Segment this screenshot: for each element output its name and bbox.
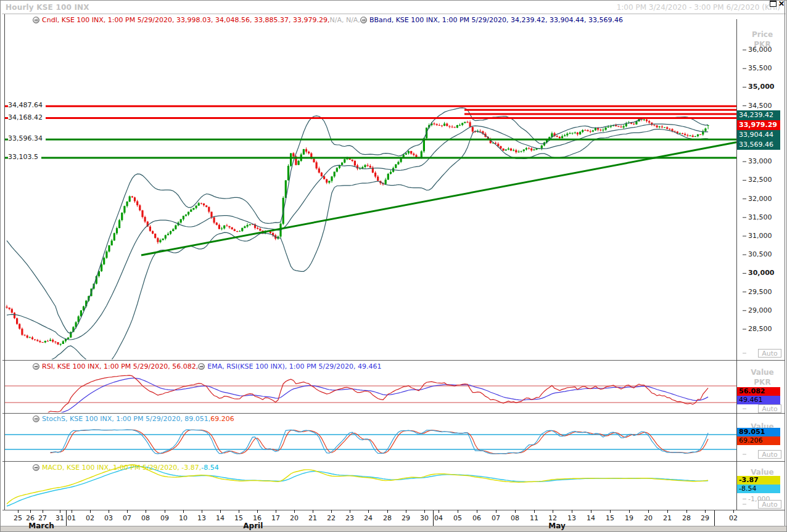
- horizontal-line-price-label: 33,596.34: [8, 134, 46, 142]
- legend-stoch: StochS, KSE 100 INX, 1:00 PM 5/29/2020, …: [33, 415, 234, 424]
- value-box: 56.082: [737, 387, 780, 396]
- date-tick-label: 05: [453, 514, 462, 522]
- price-tick-label: 32,500: [748, 176, 772, 184]
- date-tick-label: 07: [123, 514, 131, 522]
- chart-window: Hourly KSE 100 INX 1:00 PM 3/24/2020 - 3…: [0, 0, 787, 532]
- date-tick-label: 08: [141, 514, 150, 522]
- date-tick-label: 29: [402, 514, 410, 522]
- date-tick-label: 02: [86, 514, 94, 522]
- month-label: April 2020: [243, 522, 263, 532]
- legend-collapse-icon[interactable]: [33, 415, 39, 422]
- price-tick-label: 36,000: [748, 46, 772, 54]
- date-tick-label: 11: [530, 514, 538, 522]
- price-tick-label: 30,500: [748, 250, 772, 258]
- price-tick-label: 31,000: [748, 232, 772, 240]
- date-tick-label: 20: [644, 514, 653, 522]
- price-tick-label: 35,500: [748, 64, 772, 72]
- price-tick-label: 31,500: [748, 213, 772, 221]
- legend-main: Cndl, KSE 100 INX, 1:00 PM 5/29/2020, 33…: [33, 16, 623, 25]
- date-tick-label: 02: [729, 514, 738, 522]
- value-box: 49.461: [737, 396, 780, 404]
- price-tick-label: 35,000: [748, 83, 774, 91]
- date-tick-label: 06: [472, 514, 481, 522]
- price-tick-label: 34,500: [748, 102, 772, 110]
- date-tick-label: 15: [234, 514, 243, 522]
- value-box: 33,904.44: [737, 130, 780, 140]
- axis-title: Price: [744, 30, 780, 39]
- auto-scale-button[interactable]: Auto: [758, 404, 781, 413]
- legend-segment: EMA, RSI(KSE 100 INX), 1:00 PM 5/29/2020…: [207, 362, 381, 370]
- legend-collapse-icon[interactable]: [198, 363, 205, 370]
- value-box: 34,239.42: [737, 110, 780, 120]
- legend-segment: 69.206: [210, 415, 234, 423]
- date-tick-label: 10: [179, 514, 187, 522]
- legend-segment: N/A, N/A,: [329, 16, 360, 24]
- date-tick-label: 20: [290, 514, 299, 522]
- date-tick-label: 15: [606, 514, 614, 522]
- legend-collapse-icon[interactable]: [33, 464, 39, 471]
- bottom-strip: [1, 526, 786, 531]
- date-tick-label: 14: [587, 514, 595, 522]
- price-tick-label: 33,000: [748, 157, 772, 165]
- date-tick-label: 08: [511, 514, 519, 522]
- legend-segment: -8.54: [201, 464, 218, 472]
- legend-collapse-icon[interactable]: [33, 363, 39, 370]
- value-box: 33,979.29: [737, 120, 780, 130]
- legend-segment: RSI, KSE 100 INX, 1:00 PM 5/29/2020, 56.…: [42, 362, 198, 370]
- legend-segment: StochS, KSE 100 INX, 1:00 PM 5/29/2020, …: [42, 415, 210, 423]
- auto-scale-button[interactable]: Auto: [758, 349, 781, 358]
- date-tick-label: 29: [701, 514, 709, 522]
- horizontal-line-price-label: 34,168.42: [8, 113, 46, 121]
- date-tick-label: 30: [420, 514, 429, 522]
- legend-segment: BBand, KSE 100 INX, 1:00 PM 5/29/2020, 3…: [369, 16, 623, 24]
- month-label: May 2020: [548, 522, 569, 532]
- date-tick-label: 22: [327, 514, 336, 522]
- legend-macd: MACD, KSE 100 INX, 1:00 PM 5/29/2020, -3…: [33, 464, 219, 472]
- value-box: 69.206: [737, 436, 780, 445]
- value-box: 89.051: [737, 428, 780, 436]
- date-tick-label: 03: [104, 514, 113, 522]
- axis-title: Value: [744, 468, 780, 477]
- date-tick-label: 14: [216, 514, 225, 522]
- legend-rsi: RSI, KSE 100 INX, 1:00 PM 5/29/2020, 56.…: [33, 362, 381, 371]
- date-tick-label: 07: [492, 514, 500, 522]
- price-tick-label: 29,500: [748, 288, 772, 296]
- date-tick-label: 04: [434, 514, 443, 522]
- panel-close-icon[interactable]: ✕: [778, 1, 785, 7]
- axis-title: Value: [744, 368, 780, 377]
- value-box: -8.54: [737, 485, 780, 493]
- price-tick-label: 29,000: [748, 306, 772, 314]
- date-tick-label: 23: [345, 514, 354, 522]
- date-tick-label: 21: [663, 514, 672, 522]
- date-tick-label: 31: [56, 514, 64, 522]
- price-tick-label: 28,500: [748, 325, 772, 333]
- horizontal-line-price-label: 34,487.64: [8, 101, 46, 109]
- legend-collapse-icon[interactable]: [33, 17, 39, 23]
- value-box: -3.87: [737, 476, 780, 485]
- month-label: March 2020: [28, 522, 54, 532]
- value-box: 33,569.46: [737, 140, 780, 150]
- auto-scale-button[interactable]: Auto: [758, 500, 781, 509]
- chart-canvas: [1, 1, 787, 532]
- legend-collapse-icon[interactable]: [360, 17, 367, 23]
- date-tick-label: 24: [364, 514, 373, 522]
- date-tick-label: 09: [160, 514, 169, 522]
- price-tick-label: 32,000: [748, 195, 772, 203]
- date-tick-label: 17: [271, 514, 280, 522]
- auto-scale-button[interactable]: Auto: [758, 450, 781, 459]
- date-tick-label: 28: [383, 514, 392, 522]
- date-tick-label: 28: [682, 514, 691, 522]
- price-tick-label: 30,000: [748, 269, 774, 277]
- date-tick-label: 21: [308, 514, 317, 522]
- date-tick-label: 13: [197, 514, 206, 522]
- date-tick-label: 19: [625, 514, 633, 522]
- date-tick-label: 25: [14, 514, 22, 522]
- legend-segment: MACD, KSE 100 INX, 1:00 PM 5/29/2020, -3…: [42, 464, 201, 472]
- panel-maximize-icon[interactable]: [770, 1, 777, 7]
- horizontal-line-price-label: 33,103.5: [8, 153, 41, 161]
- axis-title: PKR: [744, 378, 780, 387]
- legend-segment: Cndl, KSE 100 INX, 1:00 PM 5/29/2020, 33…: [42, 16, 329, 24]
- date-tick-label: 01: [67, 514, 76, 522]
